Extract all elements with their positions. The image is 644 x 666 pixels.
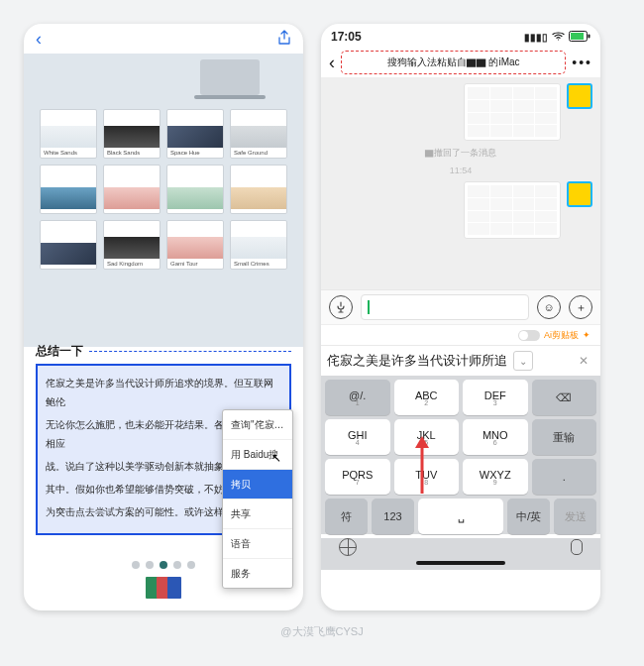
- key-mno[interactable]: MNO6: [463, 419, 528, 455]
- key-send[interactable]: 发送: [554, 499, 596, 534]
- recall-notice: ▇撤回了一条消息: [425, 147, 496, 160]
- ios-topbar: ‹: [24, 24, 303, 54]
- back-icon[interactable]: ‹: [329, 53, 335, 73]
- menu-baidu[interactable]: 用 Baidu搜: [223, 440, 292, 470]
- context-menu: 查询"侘寂… 用 Baidu搜 拷贝 共享 语音 服务: [222, 409, 293, 589]
- home-indicator: [321, 556, 600, 570]
- caret: [368, 300, 370, 314]
- wallpaper-tile[interactable]: White Sands: [40, 109, 97, 159]
- plus-icon[interactable]: ＋: [569, 295, 592, 319]
- menu-copy[interactable]: 拷贝: [223, 470, 292, 500]
- back-chevron-icon[interactable]: ‹: [36, 29, 42, 50]
- status-icons: ▮▮▮▯: [524, 31, 590, 44]
- key-wxyz[interactable]: WXYZ9: [463, 459, 528, 495]
- wallpaper-tile[interactable]: [230, 165, 287, 214]
- candidate-text[interactable]: 侘寂之美是许多当代设计师所追: [327, 352, 507, 370]
- message-input[interactable]: [361, 294, 529, 320]
- ai-clipboard-row: Ai剪贴板 ✦: [321, 324, 600, 345]
- menu-lookup[interactable]: 查询"侘寂…: [223, 410, 292, 440]
- avatar[interactable]: [567, 181, 592, 207]
- expand-candidates-icon[interactable]: ⌄: [513, 351, 533, 371]
- signal-icon: ▮▮▮▯: [524, 32, 548, 43]
- key-punct[interactable]: @/.1: [325, 380, 390, 415]
- sparkle-icon: ✦: [583, 330, 590, 340]
- ai-toggle[interactable]: [518, 330, 540, 341]
- clock: 17:05: [331, 30, 362, 44]
- chat-area[interactable]: ▇撤回了一条消息 11:54: [321, 77, 600, 289]
- wallpaper-tile[interactable]: Safe Ground: [230, 109, 287, 159]
- message-row: [329, 181, 592, 239]
- key-symbols[interactable]: 符: [325, 499, 368, 534]
- nav-bar: ‹ 搜狗输入法粘贴自▇▇ 的iMac •••: [321, 48, 600, 77]
- wallpaper-tile[interactable]: Small Crimes: [230, 220, 287, 270]
- wallpaper-tile[interactable]: [166, 165, 224, 214]
- spreadsheet-thumbnail[interactable]: [464, 181, 561, 239]
- key-pqrs[interactable]: PQRS7: [325, 459, 390, 495]
- cursor-icon: ↖: [271, 447, 281, 470]
- wallpaper-tile[interactable]: Sad Kingdom: [103, 220, 161, 270]
- wallpaper-gallery: White Sands Black Sands Space Hue Safe G…: [24, 54, 303, 347]
- clear-candidate-icon[interactable]: ✕: [573, 350, 594, 372]
- ai-clipboard-label: Ai剪贴板: [544, 329, 579, 342]
- keyboard: @/.1 ABC2 DEF3 ⌫ GHI4 JKL5 MNO6 重输 PQRS7…: [321, 376, 600, 534]
- key-123[interactable]: 123: [372, 499, 414, 534]
- input-bar: ☺ ＋: [321, 289, 600, 324]
- laptop-graphic: [200, 59, 260, 95]
- wallpaper-grid: White Sands Black Sands Space Hue Safe G…: [40, 109, 287, 270]
- more-icon[interactable]: •••: [572, 55, 592, 70]
- watermark: @大漠飞鹰CYSJ: [0, 624, 644, 639]
- left-screenshot: ‹ White Sands Black Sands Space Hue Safe…: [24, 24, 303, 610]
- key-backspace[interactable]: ⌫: [532, 380, 597, 415]
- avatar[interactable]: [567, 83, 592, 109]
- stage: ‹ White Sands Black Sands Space Hue Safe…: [0, 0, 644, 666]
- wallpaper-tile[interactable]: [40, 220, 97, 270]
- wifi-icon: [552, 31, 565, 43]
- summary-line: 侘寂之美是许多当代设计师所追求的境界。但互联网鲍伦: [46, 374, 281, 411]
- key-reenter[interactable]: 重输: [532, 419, 597, 455]
- battery-icon: [569, 31, 590, 44]
- right-screenshot: 17:05 ▮▮▮▯ ‹ 搜狗输入法粘贴自▇▇ 的iMac •••: [321, 24, 600, 610]
- summary-section: 总结一下 侘寂之美是许多当代设计师所追求的境界。但互联网鲍伦 无论你怎么施肥，也…: [36, 343, 291, 535]
- wallpaper-tile[interactable]: [40, 165, 97, 214]
- wallpaper-tile[interactable]: Black Sands: [103, 109, 161, 159]
- menu-services[interactable]: 服务: [223, 559, 292, 588]
- globe-icon[interactable]: [339, 538, 357, 556]
- selected-text-block[interactable]: 侘寂之美是许多当代设计师所追求的境界。但互联网鲍伦 无论你怎么施肥，也未必能开花…: [36, 364, 291, 535]
- wallpaper-tile[interactable]: [103, 165, 161, 214]
- summary-title: 总结一下: [36, 343, 291, 360]
- keyboard-bottom: [321, 538, 600, 556]
- key-period[interactable]: .: [532, 459, 597, 495]
- key-lang[interactable]: 中/英: [507, 499, 550, 534]
- menu-speech[interactable]: 语音: [223, 529, 292, 559]
- emoji-icon[interactable]: ☺: [537, 295, 561, 319]
- menu-share[interactable]: 共享: [223, 500, 292, 529]
- spreadsheet-thumbnail[interactable]: [464, 83, 561, 141]
- wallpaper-tile[interactable]: Space Hue: [166, 109, 224, 159]
- share-icon[interactable]: [277, 30, 291, 49]
- key-tuv[interactable]: TUV8: [394, 459, 460, 495]
- status-bar: 17:05 ▮▮▮▯: [321, 24, 600, 48]
- voice-icon[interactable]: [329, 295, 353, 319]
- key-space[interactable]: ␣: [418, 499, 503, 534]
- paste-notification: 搜狗输入法粘贴自▇▇ 的iMac: [341, 51, 566, 74]
- svg-rect-1: [571, 33, 584, 40]
- key-jkl[interactable]: JKL5: [394, 419, 460, 455]
- svg-rect-2: [589, 34, 590, 38]
- message-row: [329, 83, 592, 141]
- mic-icon[interactable]: [571, 539, 583, 555]
- key-abc[interactable]: ABC2: [394, 380, 460, 415]
- key-def[interactable]: DEF3: [463, 380, 528, 415]
- candidate-bar: 侘寂之美是许多当代设计师所追 ⌄ ✕: [321, 345, 600, 376]
- wallpaper-tile[interactable]: Gami Tour: [166, 220, 224, 270]
- timestamp: 11:54: [450, 166, 473, 175]
- key-ghi[interactable]: GHI4: [325, 419, 390, 455]
